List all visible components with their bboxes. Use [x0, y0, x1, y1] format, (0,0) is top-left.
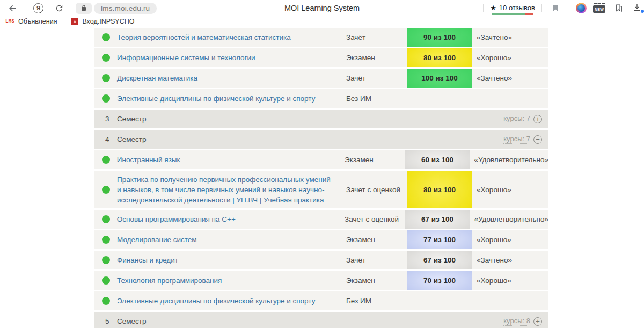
download-icon[interactable] — [632, 3, 643, 13]
bookmarks-bar: LMS Объявления ▲ Вход.INPSYCHO — [0, 16, 644, 27]
course-link[interactable]: Элективные дисциплины по физической куль… — [117, 93, 315, 104]
course-link[interactable]: Технология программирования — [117, 275, 222, 286]
grade-text: «Хорошо» — [472, 171, 548, 208]
course-row: Элективные дисциплины по физической куль… — [94, 291, 548, 310]
exam-type: Зачёт — [346, 28, 407, 47]
divider — [569, 4, 569, 12]
collapse-icon[interactable] — [533, 135, 542, 144]
score-badge — [407, 89, 472, 108]
exam-type: Зачет с оценкой — [346, 171, 407, 208]
status-dot — [102, 156, 110, 164]
status-dot — [102, 276, 110, 285]
yandex-button[interactable]: Я — [33, 3, 43, 13]
course-link[interactable]: Дискретная математика — [117, 73, 197, 83]
course-row: Элективные дисциплины по физической куль… — [94, 89, 548, 108]
exam-type: Без ИМ — [346, 291, 407, 310]
lock-icon — [76, 3, 92, 14]
course-link[interactable]: Элективные дисциплины по физической куль… — [117, 296, 315, 306]
course-row: Финансы и кредит Зачёт 67 из 100 «Зачтен… — [94, 251, 548, 269]
course-row: Практика по получению первичных професси… — [94, 171, 548, 208]
exam-type: Экзамен — [345, 150, 405, 169]
course-link[interactable]: Финансы и кредит — [117, 255, 178, 265]
semester-label: Семестр — [117, 317, 147, 325]
courses-count-link[interactable]: курсы: 7 — [503, 114, 530, 123]
expand-icon[interactable] — [533, 317, 542, 326]
expand-icon[interactable] — [533, 115, 542, 123]
browser-window: Я lms.moi.edu.ru MOI Learning System ★ 1… — [0, 0, 644, 328]
rating-bar — [492, 13, 533, 15]
collections-icon[interactable] — [612, 1, 626, 15]
course-row: Моделирование систем Экзамен 77 из 100 «… — [94, 230, 548, 249]
score-badge: 80 из 100 — [407, 171, 472, 208]
course-link[interactable]: Иностранный язык — [117, 155, 180, 165]
semester-row[interactable]: 5 Семестр курсы: 8 — [94, 312, 548, 328]
score-badge: 67 из 100 — [407, 251, 472, 269]
semester-label: Семестр — [117, 115, 147, 123]
url-text[interactable]: lms.moi.edu.ru — [94, 3, 157, 14]
bookmark-inpsycho[interactable]: ▲ Вход.INPSYCHO — [71, 18, 134, 25]
status-dot — [102, 33, 110, 41]
semester-row[interactable]: 3 Семестр курсы: 7 — [94, 110, 548, 128]
course-row: Технология программирования Экзамен 70 и… — [94, 271, 548, 290]
page-title: MOI Learning System — [284, 4, 360, 12]
download-notification-dot — [641, 10, 644, 13]
course-row: Иностранный язык Экзамен 60 из 100 «Удов… — [94, 150, 548, 169]
status-dot — [102, 236, 110, 244]
courses-count-link[interactable]: курсы: 7 — [503, 135, 530, 144]
course-link[interactable]: Информационные системы и технологии — [117, 53, 255, 63]
score-badge: 77 из 100 — [407, 230, 472, 249]
divider — [483, 4, 484, 12]
course-row: Теория вероятностей и математическая ста… — [94, 28, 548, 47]
status-dot — [102, 297, 110, 305]
semester-number: 5 — [105, 317, 113, 325]
grade-text: «Хорошо» — [472, 271, 548, 290]
course-link[interactable]: Моделирование систем — [117, 235, 197, 245]
grade-text: «Хорошо» — [472, 48, 548, 67]
divider — [541, 4, 542, 12]
site-rating[interactable]: ★ 10 отзывов — [490, 2, 535, 15]
exam-type: Зачёт — [346, 251, 407, 269]
refresh-icon[interactable] — [52, 1, 66, 15]
grade-text: «Зачтено» — [472, 28, 548, 47]
score-badge: 70 из 100 — [407, 271, 472, 290]
exam-type: Зачёт — [346, 69, 407, 88]
grade-text: «Удовлетворительно» — [470, 150, 548, 169]
status-dot — [102, 94, 110, 103]
back-icon[interactable] — [5, 1, 19, 15]
exam-type: Зачет с оценкой — [345, 210, 405, 229]
toolbar-right: ★ 10 отзывов NEW — [483, 1, 641, 15]
grade-text — [472, 291, 548, 310]
lms-favicon: LMS — [5, 19, 14, 24]
score-badge: 60 из 100 — [405, 150, 470, 169]
address-bar[interactable]: lms.moi.edu.ru — [76, 3, 157, 14]
grades-table: Теория вероятностей и математическая ста… — [0, 27, 644, 328]
courses-count-link[interactable]: курсы: 8 — [503, 317, 530, 326]
extension-profile-icon[interactable] — [576, 3, 587, 13]
status-dot — [102, 186, 110, 194]
star-icon: ★ — [490, 4, 496, 12]
grade-text: «Удовлетворительно» — [470, 210, 548, 229]
status-dot — [102, 256, 110, 264]
course-link[interactable]: Практика по получению первичных професси… — [117, 174, 335, 205]
semester-label: Семестр — [117, 135, 147, 143]
browser-toolbar: Я lms.moi.edu.ru MOI Learning System ★ 1… — [0, 0, 644, 16]
semester-number: 4 — [105, 135, 113, 143]
exam-type: Экзамен — [346, 48, 407, 67]
bookmark-label: Вход.INPSYCHO — [82, 18, 134, 25]
bookmark-label: Объявления — [18, 18, 57, 25]
inpsycho-favicon: ▲ — [71, 18, 78, 25]
exam-type: Экзамен — [346, 271, 407, 290]
grade-text: «Хорошо» — [472, 230, 548, 249]
course-row: Основы программирования на C++ Зачет с о… — [94, 210, 548, 229]
bookmark-flag-icon[interactable] — [548, 1, 562, 15]
bookmark-announcements[interactable]: LMS Объявления — [5, 18, 57, 25]
new-extension-icon[interactable]: NEW — [593, 5, 605, 13]
score-badge: 100 из 100 — [407, 69, 472, 88]
course-link[interactable]: Основы программирования на C++ — [117, 214, 236, 224]
course-link[interactable]: Теория вероятностей и математическая ста… — [117, 32, 291, 42]
status-dot — [102, 215, 110, 223]
reviews-count: 10 отзывов — [499, 4, 535, 12]
score-badge: 80 из 100 — [407, 48, 472, 67]
grade-text: «Зачтено» — [472, 251, 548, 269]
semester-row[interactable]: 4 Семестр курсы: 7 — [94, 130, 548, 149]
